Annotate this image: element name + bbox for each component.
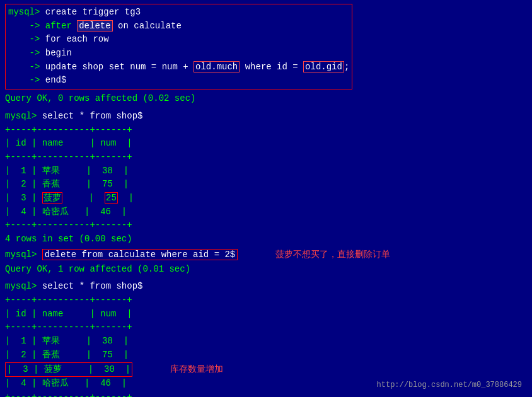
- query-ok-1: Query OK, 0 rows affected (0.02 sec): [5, 92, 527, 106]
- table-row1-1: | 1 | 苹果 | 38 |: [5, 164, 527, 178]
- table-header1: | id | name | num |: [5, 137, 527, 151]
- stock-annotation: 库存数量增加: [170, 364, 223, 375]
- table-sep-top1: +----+----------+------+: [5, 124, 527, 137]
- query-ok2-text: Query OK, 1 row affected (0.01 sec): [5, 263, 527, 277]
- trigger-line2: -> after delete on calculate: [8, 20, 349, 33]
- delete-cmd-block: mysql> delete from calculate where aid =…: [5, 249, 527, 260]
- table-row1-3: | 3 | 菠萝 | 25 |: [5, 192, 527, 205]
- query-ok-2: Query OK, 1 row affected (0.01 sec): [5, 263, 527, 277]
- trigger-line4: -> begin: [8, 47, 349, 60]
- terminal: mysql> create trigger tg3 -> after delet…: [0, 0, 532, 397]
- delete-annotation: 菠萝不想买了，直接删除订单: [275, 249, 390, 260]
- trigger-line3: -> for each row: [8, 33, 349, 47]
- table-header2: | id | name | num |: [5, 308, 527, 321]
- table-row1-4: | 4 | 哈密瓜 | 46 |: [5, 205, 527, 219]
- table-sep-mid1: +----+----------+------+: [5, 151, 527, 164]
- delete-cmd: delete from calculate where aid = 2$: [42, 249, 238, 260]
- trigger-line1: mysql> create trigger tg3: [8, 6, 349, 20]
- table-row2-2: | 2 | 香蕉 | 75 |: [5, 348, 527, 362]
- table-sep-mid2: +----+----------+------+: [5, 321, 527, 335]
- table-sep-top2: +----+----------+------+: [5, 294, 527, 308]
- table-row2-3: | 3 | 菠萝 | 30 |: [5, 362, 132, 377]
- trigger-line5: -> update shop set num = num + old.much …: [8, 60, 349, 74]
- watermark-text: http://blog.csdn.net/m0_37886429: [377, 381, 522, 389]
- table-sep-bot2: +----+----------+------+: [5, 391, 527, 397]
- select2-cmd: mysql> select * from shop$: [5, 280, 527, 294]
- table-footer1: 4 rows in set (0.00 sec): [5, 233, 527, 246]
- watermark: http://blog.csdn.net/m0_37886429: [377, 379, 522, 389]
- table-row1-2: | 2 | 香蕉 | 75 |: [5, 178, 527, 192]
- table-sep-bot1: +----+----------+------+: [5, 219, 527, 233]
- trigger-line6: -> end$: [8, 74, 349, 88]
- table-row2-1: | 1 | 苹果 | 38 |: [5, 335, 527, 348]
- select-block-1: mysql> select * from shop$ +----+-------…: [5, 110, 527, 246]
- select1-cmd: mysql> select * from shop$: [5, 110, 527, 124]
- trigger-create-block: mysql> create trigger tg3 -> after delet…: [5, 4, 527, 89]
- table-row2-3-container: | 3 | 菠萝 | 30 | 库存数量增加: [5, 362, 527, 377]
